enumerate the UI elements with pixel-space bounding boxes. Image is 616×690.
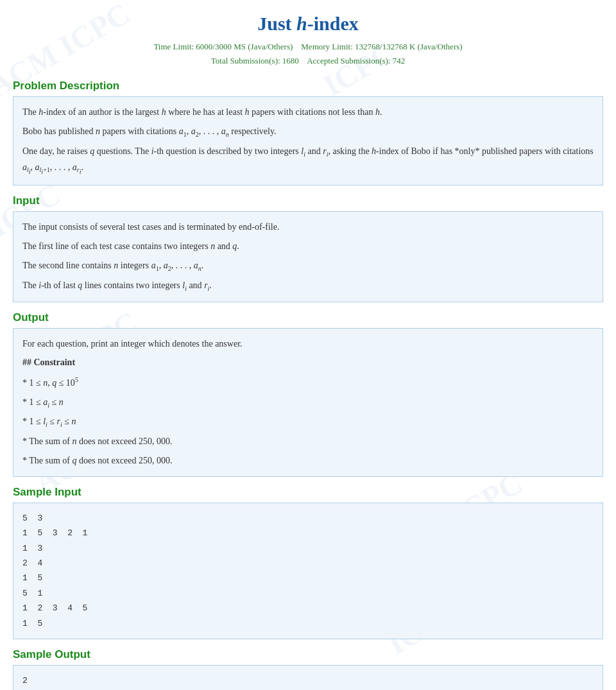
pd-line3: One day, he raises q questions. The i-th… xyxy=(22,144,594,178)
output-c5: * The sum of q does not exceed 250, 000. xyxy=(22,453,594,469)
title-h: h xyxy=(296,13,307,34)
sample-output-header: Sample Output xyxy=(13,648,603,661)
output-c1: * 1 ≤ n, q ≤ 105 xyxy=(22,374,594,390)
sample-output-box: 2 2 2 3 xyxy=(13,665,603,690)
output-box: For each question, print an integer whic… xyxy=(13,328,603,477)
output-c3: * 1 ≤ li ≤ ri ≤ n xyxy=(22,414,594,430)
output-c2: * 1 ≤ ai ≤ n xyxy=(22,395,594,411)
input-line3: The second line contains n integers a1, … xyxy=(22,258,594,274)
pd-line2: Bobo has published n papers with citatio… xyxy=(22,124,594,140)
output-main: For each question, print an integer whic… xyxy=(22,336,594,352)
pd-line1: The h-index of an author is the largest … xyxy=(22,105,594,120)
input-line4: The i-th of last q lines contains two in… xyxy=(22,278,594,294)
input-line2: The first line of each test case contain… xyxy=(22,239,594,254)
problem-description-header: Problem Description xyxy=(13,80,603,92)
sample-input-box: 5 3 1 5 3 2 1 1 3 2 4 1 5 5 1 1 2 3 4 5 … xyxy=(13,503,603,639)
meta-info: Time Limit: 6000/3000 MS (Java/Others) M… xyxy=(13,40,603,68)
output-c4: * The sum of n does not exceed 250, 000. xyxy=(22,434,594,449)
input-box: The input consists of several test cases… xyxy=(13,211,603,302)
sample-input-header: Sample Input xyxy=(13,486,603,499)
input-line1: The input consists of several test cases… xyxy=(22,220,594,235)
output-header: Output xyxy=(13,311,603,324)
problem-description-box: The h-index of an author is the largest … xyxy=(13,96,603,185)
page-title: Just h-index xyxy=(13,13,603,35)
output-constraint-header: ## Constraint xyxy=(22,355,594,370)
title-prefix: Just xyxy=(257,13,296,34)
time-limit: Time Limit: 6000/3000 MS (Java/Others) M… xyxy=(13,40,603,54)
title-suffix: -index xyxy=(307,13,359,34)
input-header: Input xyxy=(13,194,603,207)
submission-info: Total Submission(s): 1680 Accepted Submi… xyxy=(13,54,603,68)
